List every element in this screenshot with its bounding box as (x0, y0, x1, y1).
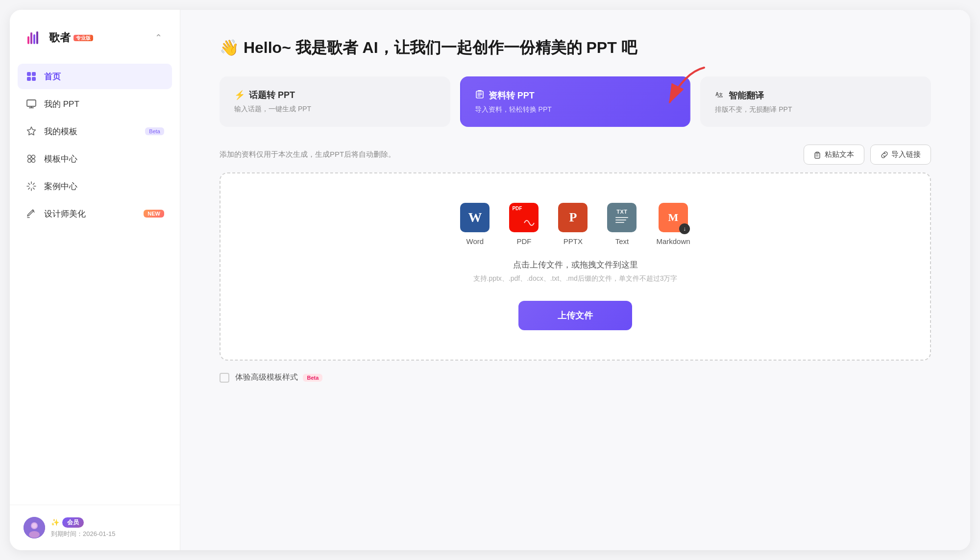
clipboard-icon (475, 89, 485, 101)
member-badge: 会员 (62, 517, 84, 528)
svg-rect-2 (30, 32, 32, 44)
upload-header: 添加的资料仅用于本次生成，生成PPT后将自动删除。 粘贴文本 (220, 145, 931, 165)
feature-card-topic[interactable]: ⚡ 话题转 PPT 输入话题，一键生成 PPT (220, 76, 450, 127)
svg-rect-1 (27, 36, 29, 44)
feature-card-translate-title: A 文 智能翻译 (715, 89, 916, 101)
svg-rect-24 (478, 90, 482, 92)
svg-text:文: 文 (719, 92, 723, 97)
pro-badge: 专业版 (74, 35, 93, 41)
star-icon (25, 125, 37, 137)
sidebar-label-designer: 设计师美化 (44, 208, 86, 219)
sidebar-header: 歌者专业版 ⌃ (10, 10, 180, 60)
page-title: 👋 Hello~ 我是歌者 AI，让我们一起创作一份精美的 PPT 吧 (220, 37, 931, 59)
pptx-icon: P (558, 203, 588, 232)
upload-text-area: 点击上传文件，或拖拽文件到这里 支持.pptx、.pdf、.docx、.txt、… (473, 259, 678, 283)
md-download-badge: ↓ (679, 223, 690, 234)
import-link-button[interactable]: 导入链接 (870, 145, 931, 165)
svg-point-12 (28, 155, 31, 159)
monitor-icon (25, 98, 37, 110)
feature-card-translate[interactable]: A 文 智能翻译 排版不变，无损翻译 PPT (700, 76, 931, 127)
svg-rect-9 (27, 100, 36, 106)
sidebar-item-designer[interactable]: 设计师美化 NEW (18, 201, 172, 226)
md-label: Markdown (656, 237, 690, 245)
logo-icon (24, 27, 44, 48)
new-badge-designer: NEW (144, 210, 164, 218)
svg-rect-29 (815, 153, 820, 158)
nav-menu: 首页 我的 PPT (10, 60, 180, 505)
sidebar-label-my-templates: 我的模板 (44, 126, 77, 137)
file-type-word: W Word (460, 203, 490, 245)
sparkle-icon: ✨ (51, 518, 59, 526)
checkbox-label: 体验高级模板样式 Beta (235, 372, 322, 383)
upload-sub-text: 支持.pptx、.pdf、.docx、.txt、.md后缀的文件，单文件不超过3… (473, 274, 678, 283)
pdf-label: PDF (516, 237, 531, 245)
word-icon: W (460, 203, 490, 232)
file-type-pptx: P PPTX (558, 203, 588, 245)
collapse-button[interactable]: ⌃ (150, 30, 166, 46)
sidebar-label-case-center: 案例中心 (44, 181, 77, 192)
sidebar: 歌者专业版 ⌃ 首页 (10, 10, 180, 550)
main-content: 👋 Hello~ 我是歌者 AI，让我们一起创作一份精美的 PPT 吧 ⚡ 话题… (180, 10, 970, 550)
svg-rect-7 (27, 77, 31, 81)
file-type-pdf: PDF PDF (509, 203, 539, 245)
file-type-txt: TXT Text (607, 203, 637, 245)
paste-icon (814, 151, 822, 159)
sidebar-item-case-center[interactable]: 案例中心 (18, 173, 172, 199)
sidebar-label-template-center: 模板中心 (44, 153, 77, 165)
upload-main-text: 点击上传文件，或拖拽文件到这里 (473, 259, 678, 270)
beta-inline-badge: Beta (303, 374, 322, 382)
feature-card-translate-desc: 排版不变，无损翻译 PPT (715, 105, 916, 114)
md-icon: M ↓ (659, 203, 688, 232)
feature-card-material-desc: 导入资料，轻松转换 PPT (475, 105, 676, 114)
feature-card-topic-desc: 输入话题，一键生成 PPT (234, 105, 436, 114)
feature-card-topic-title: ⚡ 话题转 PPT (234, 89, 436, 101)
beta-badge-templates: Beta (145, 127, 164, 135)
sidebar-item-my-ppt[interactable]: 我的 PPT (18, 91, 172, 117)
svg-point-14 (28, 159, 31, 163)
user-badges: ✨ 会员 (51, 517, 116, 528)
txt-icon: TXT (607, 203, 637, 232)
sidebar-label-my-ppt: 我的 PPT (44, 98, 79, 110)
translate-icon: A 文 (715, 89, 725, 101)
feature-cards: ⚡ 话题转 PPT 输入话题，一键生成 PPT (220, 76, 931, 127)
action-buttons: 粘贴文本 导入链接 (804, 145, 931, 165)
grid-icon (25, 71, 37, 82)
svg-point-19 (32, 523, 37, 528)
pptx-label: PPTX (564, 237, 583, 245)
svg-point-18 (29, 531, 40, 538)
txt-label: Text (615, 237, 629, 245)
sidebar-item-my-templates[interactable]: 我的模板 Beta (18, 119, 172, 144)
svg-rect-5 (27, 72, 31, 76)
sidebar-label-home: 首页 (44, 71, 61, 82)
checkbox-area: 体验高级模板样式 Beta (220, 372, 931, 383)
upload-file-button[interactable]: 上传文件 (518, 301, 632, 330)
word-label: Word (466, 237, 484, 245)
link-icon (881, 151, 888, 159)
pen-icon (25, 208, 37, 219)
sidebar-item-home[interactable]: 首页 (18, 64, 172, 89)
lightning-icon: ⚡ (234, 90, 245, 100)
expire-text: 到期时间：2026-01-15 (51, 530, 116, 538)
logo-title: 歌者专业版 (49, 30, 93, 45)
layout-icon (25, 153, 37, 165)
svg-point-13 (32, 155, 35, 159)
svg-point-15 (32, 159, 35, 163)
svg-rect-4 (36, 31, 38, 44)
file-type-icons: W Word PDF PDF (460, 203, 690, 245)
upload-hint: 添加的资料仅用于本次生成，生成PPT后将自动删除。 (220, 150, 395, 159)
pdf-icon: PDF (509, 203, 539, 232)
svg-rect-3 (33, 34, 35, 44)
sidebar-item-template-center[interactable]: 模板中心 (18, 146, 172, 171)
advanced-template-checkbox[interactable] (220, 373, 229, 383)
file-type-md: M ↓ Markdown (656, 203, 690, 245)
upload-zone[interactable]: W Word PDF PDF (220, 172, 931, 361)
svg-rect-6 (32, 72, 36, 76)
feature-card-material[interactable]: 资料转 PPT 导入资料，轻松转换 PPT (460, 76, 691, 127)
sparkle-icon (25, 180, 37, 192)
paste-text-button[interactable]: 粘贴文本 (804, 145, 864, 165)
sidebar-footer: ✨ 会员 到期时间：2026-01-15 (10, 505, 180, 550)
logo-area: 歌者专业版 (24, 27, 93, 48)
user-info: ✨ 会员 到期时间：2026-01-15 (24, 517, 166, 538)
logo-text-group: 歌者专业版 (49, 30, 93, 45)
avatar (24, 517, 45, 538)
